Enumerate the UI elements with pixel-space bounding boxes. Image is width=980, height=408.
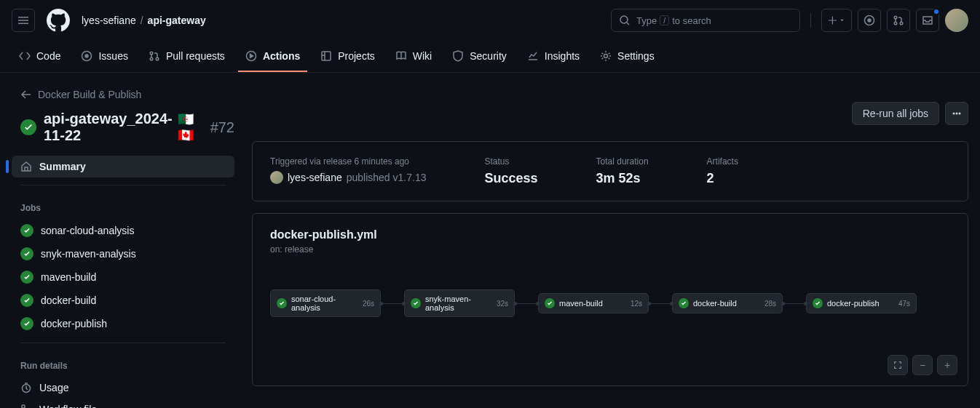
home-icon [20, 161, 32, 172]
sidebar-workflow-file[interactable]: Workflow file [12, 399, 234, 408]
svg-point-0 [620, 16, 628, 23]
sidebar-job-0[interactable]: sonar-cloud-analysis [12, 219, 234, 242]
tab-actions[interactable]: Actions [238, 41, 307, 72]
job-node-0[interactable]: sonar-cloud-analysis 26s [270, 289, 381, 317]
svg-point-5 [900, 22, 903, 25]
status-check-icon [20, 119, 36, 135]
tab-settings[interactable]: Settings [593, 41, 662, 72]
graph-icon [527, 50, 539, 62]
success-icon [679, 298, 689, 308]
search-icon [619, 15, 631, 26]
pr-icon [893, 15, 904, 26]
connector [649, 303, 672, 304]
issues-button[interactable] [858, 9, 881, 32]
svg-point-19 [959, 113, 961, 115]
duration-label: Total duration [596, 156, 649, 167]
success-icon [545, 298, 555, 308]
trigger-info: Triggered via release 6 minutes ago [270, 156, 426, 167]
success-icon [20, 294, 33, 307]
svg-point-17 [953, 113, 955, 115]
create-button[interactable] [821, 9, 852, 32]
issue-icon [864, 15, 875, 26]
workflow-file-title: docker-publish.yml [270, 228, 950, 241]
arrow-left-icon [20, 89, 32, 100]
svg-point-7 [85, 55, 88, 57]
zoom-out-button[interactable]: − [912, 355, 933, 375]
chevron-down-icon [839, 17, 845, 24]
rerun-button[interactable]: Re-run all jobs [852, 102, 939, 125]
status-value: Success [484, 171, 537, 186]
svg-point-9 [150, 57, 153, 60]
success-icon [20, 271, 33, 284]
project-icon [320, 50, 332, 62]
tab-issues[interactable]: Issues [74, 41, 135, 72]
duration-value[interactable]: 3m 52s [596, 171, 649, 186]
status-label: Status [484, 156, 537, 167]
tab-projects[interactable]: Projects [313, 41, 382, 72]
workflow-graph: sonar-cloud-analysis 26s snyk-maven-anal… [270, 289, 950, 317]
sidebar-job-2[interactable]: maven-build [12, 265, 234, 289]
play-icon [245, 50, 257, 62]
run-title: api-gateway_2024-11-22 🇩🇿🇨🇦 #72 [44, 111, 234, 144]
run-number: #72 [210, 119, 234, 136]
breadcrumb-separator: / [141, 15, 143, 26]
breadcrumb-repo[interactable]: api-gateway [148, 15, 206, 26]
sidebar-summary[interactable]: Summary [12, 156, 234, 177]
shield-icon [452, 50, 464, 62]
more-button[interactable] [945, 102, 968, 125]
github-logo[interactable] [47, 9, 70, 32]
sidebar-job-1[interactable]: snyk-maven-analysis [12, 242, 234, 265]
plus-icon [828, 15, 837, 25]
fullscreen-icon [893, 360, 903, 370]
fullscreen-button[interactable] [888, 355, 908, 375]
publisher-avatar[interactable] [270, 171, 283, 184]
issue-icon [81, 50, 92, 62]
repo-tabs: Code Issues Pull requests Actions Projec… [0, 41, 980, 73]
breadcrumb-owner[interactable]: lyes-sefiane [82, 15, 136, 26]
inbox-button[interactable] [916, 9, 939, 32]
hamburger-icon [17, 15, 29, 26]
tab-insights[interactable]: Insights [520, 41, 587, 72]
artifacts-label: Artifacts [707, 156, 738, 167]
tab-wiki[interactable]: Wiki [388, 41, 439, 72]
success-icon [20, 224, 33, 237]
workflow-trigger: on: release [270, 244, 950, 255]
publisher-user[interactable]: lyes-sefiane [288, 172, 342, 183]
breadcrumb: lyes-sefiane / api-gateway [82, 15, 206, 26]
notification-badge [933, 8, 940, 15]
menu-button[interactable] [12, 9, 35, 32]
job-node-2[interactable]: maven-build 12s [538, 293, 649, 313]
pr-icon [149, 50, 160, 62]
connector [783, 303, 806, 304]
back-link[interactable]: Docker Build & Publish [6, 84, 234, 105]
pull-requests-button[interactable] [887, 9, 910, 32]
svg-point-10 [156, 57, 159, 60]
search-input[interactable]: Type / to search [611, 9, 800, 32]
divider [20, 185, 226, 185]
svg-point-2 [868, 19, 871, 22]
workflow-icon [20, 404, 32, 408]
inbox-icon [922, 15, 933, 26]
sidebar-job-3[interactable]: docker-build [12, 289, 234, 312]
tab-pull-requests[interactable]: Pull requests [141, 41, 232, 72]
kebab-icon [951, 108, 963, 119]
user-avatar[interactable] [945, 9, 968, 32]
job-node-1[interactable]: snyk-maven-analysis 32s [404, 289, 515, 317]
tab-security[interactable]: Security [445, 41, 514, 72]
search-placeholder: Type / to search [636, 15, 792, 26]
publisher-info: lyes-sefiane published v1.7.13 [270, 171, 426, 184]
zoom-in-button[interactable]: + [937, 355, 957, 375]
workflow-card: docker-publish.yml on: release sonar-clo… [252, 213, 968, 386]
job-node-4[interactable]: docker-publish 47s [806, 293, 917, 313]
sidebar-usage[interactable]: Usage [12, 377, 234, 399]
sidebar-job-4[interactable]: docker-publish [12, 312, 234, 335]
job-node-3[interactable]: docker-build 28s [672, 293, 783, 313]
summary-card: Triggered via release 6 minutes ago lyes… [252, 141, 968, 201]
svg-point-8 [150, 52, 153, 55]
tab-code[interactable]: Code [12, 41, 68, 72]
gear-icon [600, 50, 612, 62]
artifacts-value[interactable]: 2 [707, 171, 738, 186]
book-icon [395, 50, 407, 62]
svg-rect-12 [322, 52, 331, 60]
connector [381, 303, 404, 304]
